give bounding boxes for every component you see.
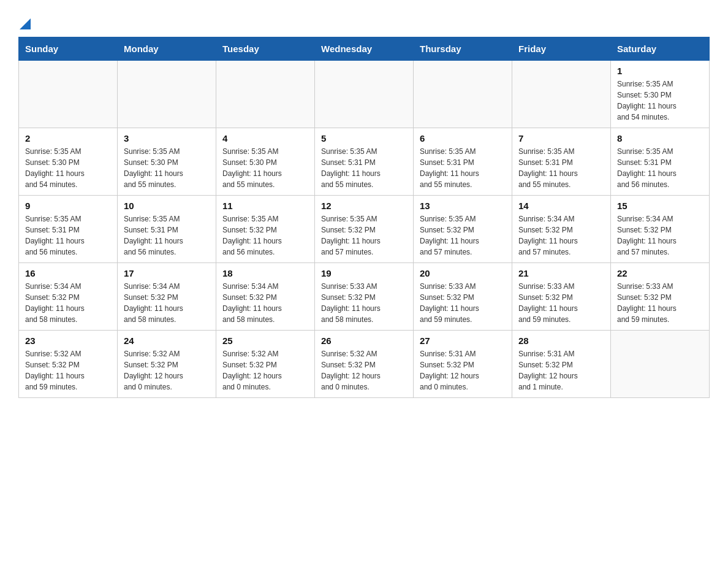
table-row: 3Sunrise: 5:35 AMSunset: 5:30 PMDaylight…: [118, 128, 216, 196]
day-info: Sunrise: 5:32 AMSunset: 5:32 PMDaylight:…: [321, 348, 407, 393]
table-row: [118, 61, 216, 128]
day-info: Sunrise: 5:33 AMSunset: 5:32 PMDaylight:…: [420, 281, 506, 325]
day-number: 11: [222, 201, 308, 211]
day-number: 25: [222, 335, 308, 346]
calendar-week-row: 1Sunrise: 5:35 AMSunset: 5:30 PMDaylight…: [19, 61, 710, 128]
day-of-week-sunday: Sunday: [19, 37, 118, 61]
day-number: 19: [321, 268, 407, 278]
table-row: 25Sunrise: 5:32 AMSunset: 5:32 PMDayligh…: [216, 331, 315, 398]
day-number: 18: [222, 268, 308, 278]
day-number: 9: [25, 201, 111, 211]
table-row: [19, 61, 118, 128]
page-header: [18, 12, 710, 29]
table-row: [414, 61, 512, 128]
day-number: 10: [124, 201, 210, 211]
table-row: 4Sunrise: 5:35 AMSunset: 5:30 PMDaylight…: [216, 128, 315, 196]
day-info: Sunrise: 5:32 AMSunset: 5:32 PMDaylight:…: [124, 348, 210, 393]
logo: [18, 18, 31, 29]
day-info: Sunrise: 5:34 AMSunset: 5:32 PMDaylight:…: [222, 281, 308, 325]
days-of-week-row: SundayMondayTuesdayWednesdayThursdayFrid…: [19, 37, 710, 61]
day-info: Sunrise: 5:35 AMSunset: 5:31 PMDaylight:…: [518, 146, 604, 190]
day-info: Sunrise: 5:31 AMSunset: 5:32 PMDaylight:…: [518, 348, 604, 393]
table-row: 9Sunrise: 5:35 AMSunset: 5:31 PMDaylight…: [19, 196, 118, 263]
calendar-week-row: 2Sunrise: 5:35 AMSunset: 5:30 PMDaylight…: [19, 128, 710, 196]
calendar-header: SundayMondayTuesdayWednesdayThursdayFrid…: [19, 37, 710, 61]
day-number: 16: [25, 268, 111, 278]
table-row: 10Sunrise: 5:35 AMSunset: 5:31 PMDayligh…: [118, 196, 216, 263]
table-row: 12Sunrise: 5:35 AMSunset: 5:32 PMDayligh…: [315, 196, 414, 263]
day-number: 6: [420, 133, 506, 144]
day-number: 17: [124, 268, 210, 278]
day-number: 22: [617, 268, 703, 278]
table-row: 2Sunrise: 5:35 AMSunset: 5:30 PMDaylight…: [19, 128, 118, 196]
day-of-week-saturday: Saturday: [611, 37, 710, 61]
day-of-week-thursday: Thursday: [414, 37, 512, 61]
table-row: 5Sunrise: 5:35 AMSunset: 5:31 PMDaylight…: [315, 128, 414, 196]
day-number: 20: [420, 268, 506, 278]
day-info: Sunrise: 5:31 AMSunset: 5:32 PMDaylight:…: [420, 348, 506, 393]
day-number: 26: [321, 335, 407, 346]
table-row: 8Sunrise: 5:35 AMSunset: 5:31 PMDaylight…: [611, 128, 710, 196]
day-number: 8: [617, 133, 703, 144]
table-row: 7Sunrise: 5:35 AMSunset: 5:31 PMDaylight…: [512, 128, 611, 196]
table-row: 28Sunrise: 5:31 AMSunset: 5:32 PMDayligh…: [512, 331, 611, 398]
day-info: Sunrise: 5:33 AMSunset: 5:32 PMDaylight:…: [321, 281, 407, 325]
table-row: 21Sunrise: 5:33 AMSunset: 5:32 PMDayligh…: [512, 263, 611, 331]
table-row: 11Sunrise: 5:35 AMSunset: 5:32 PMDayligh…: [216, 196, 315, 263]
table-row: 13Sunrise: 5:35 AMSunset: 5:32 PMDayligh…: [414, 196, 512, 263]
table-row: 15Sunrise: 5:34 AMSunset: 5:32 PMDayligh…: [611, 196, 710, 263]
day-number: 28: [518, 335, 604, 346]
day-info: Sunrise: 5:32 AMSunset: 5:32 PMDaylight:…: [25, 348, 111, 393]
day-of-week-friday: Friday: [512, 37, 611, 61]
day-number: 21: [518, 268, 604, 278]
day-info: Sunrise: 5:34 AMSunset: 5:32 PMDaylight:…: [617, 213, 703, 258]
table-row: 19Sunrise: 5:33 AMSunset: 5:32 PMDayligh…: [315, 263, 414, 331]
day-info: Sunrise: 5:34 AMSunset: 5:32 PMDaylight:…: [124, 281, 210, 325]
day-number: 24: [124, 335, 210, 346]
day-info: Sunrise: 5:35 AMSunset: 5:30 PMDaylight:…: [222, 146, 308, 190]
day-info: Sunrise: 5:33 AMSunset: 5:32 PMDaylight:…: [617, 281, 703, 325]
day-info: Sunrise: 5:34 AMSunset: 5:32 PMDaylight:…: [25, 281, 111, 325]
logo-triangle-icon: [20, 18, 31, 29]
day-info: Sunrise: 5:35 AMSunset: 5:32 PMDaylight:…: [321, 213, 407, 258]
table-row: [315, 61, 414, 128]
day-number: 15: [617, 201, 703, 211]
table-row: 23Sunrise: 5:32 AMSunset: 5:32 PMDayligh…: [19, 331, 118, 398]
day-info: Sunrise: 5:32 AMSunset: 5:32 PMDaylight:…: [222, 348, 308, 393]
day-number: 12: [321, 201, 407, 211]
day-info: Sunrise: 5:34 AMSunset: 5:32 PMDaylight:…: [518, 213, 604, 258]
day-info: Sunrise: 5:35 AMSunset: 5:32 PMDaylight:…: [222, 213, 308, 258]
day-of-week-monday: Monday: [118, 37, 216, 61]
day-info: Sunrise: 5:33 AMSunset: 5:32 PMDaylight:…: [518, 281, 604, 325]
day-number: 13: [420, 201, 506, 211]
table-row: 16Sunrise: 5:34 AMSunset: 5:32 PMDayligh…: [19, 263, 118, 331]
day-number: 27: [420, 335, 506, 346]
table-row: 17Sunrise: 5:34 AMSunset: 5:32 PMDayligh…: [118, 263, 216, 331]
day-info: Sunrise: 5:35 AMSunset: 5:31 PMDaylight:…: [617, 146, 703, 190]
calendar-body: 1Sunrise: 5:35 AMSunset: 5:30 PMDaylight…: [19, 61, 710, 398]
day-info: Sunrise: 5:35 AMSunset: 5:30 PMDaylight:…: [124, 146, 210, 190]
table-row: 26Sunrise: 5:32 AMSunset: 5:32 PMDayligh…: [315, 331, 414, 398]
table-row: 20Sunrise: 5:33 AMSunset: 5:32 PMDayligh…: [414, 263, 512, 331]
calendar-week-row: 9Sunrise: 5:35 AMSunset: 5:31 PMDaylight…: [19, 196, 710, 263]
table-row: [512, 61, 611, 128]
table-row: [216, 61, 315, 128]
day-info: Sunrise: 5:35 AMSunset: 5:31 PMDaylight:…: [25, 213, 111, 258]
table-row: 1Sunrise: 5:35 AMSunset: 5:30 PMDaylight…: [611, 61, 710, 128]
day-number: 3: [124, 133, 210, 144]
table-row: 14Sunrise: 5:34 AMSunset: 5:32 PMDayligh…: [512, 196, 611, 263]
table-row: 6Sunrise: 5:35 AMSunset: 5:31 PMDaylight…: [414, 128, 512, 196]
calendar-table: SundayMondayTuesdayWednesdayThursdayFrid…: [18, 37, 710, 398]
svg-marker-0: [20, 18, 31, 29]
day-info: Sunrise: 5:35 AMSunset: 5:30 PMDaylight:…: [25, 146, 111, 190]
calendar-week-row: 23Sunrise: 5:32 AMSunset: 5:32 PMDayligh…: [19, 331, 710, 398]
calendar-week-row: 16Sunrise: 5:34 AMSunset: 5:32 PMDayligh…: [19, 263, 710, 331]
day-number: 23: [25, 335, 111, 346]
day-of-week-wednesday: Wednesday: [315, 37, 414, 61]
table-row: 24Sunrise: 5:32 AMSunset: 5:32 PMDayligh…: [118, 331, 216, 398]
day-info: Sunrise: 5:35 AMSunset: 5:31 PMDaylight:…: [420, 146, 506, 190]
table-row: 27Sunrise: 5:31 AMSunset: 5:32 PMDayligh…: [414, 331, 512, 398]
day-number: 5: [321, 133, 407, 144]
day-info: Sunrise: 5:35 AMSunset: 5:31 PMDaylight:…: [321, 146, 407, 190]
day-number: 4: [222, 133, 308, 144]
